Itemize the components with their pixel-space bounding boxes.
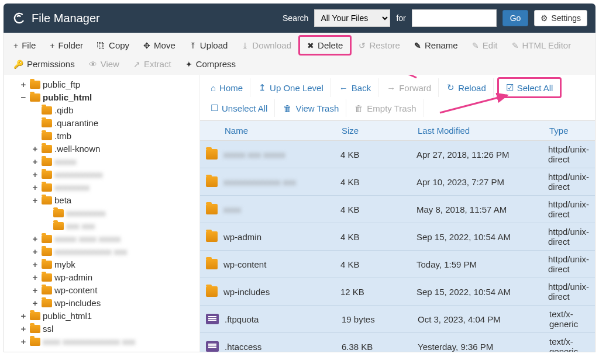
rename-button[interactable]: ✎Rename (407, 35, 465, 56)
file-row[interactable]: .ftpquota19 bytesOct 3, 2023, 4:04 PMtex… (200, 306, 595, 333)
file-type: httpd/unix-direct (548, 172, 589, 192)
expander-icon[interactable]: − (19, 91, 27, 104)
expander-icon[interactable]: + (19, 310, 27, 323)
expander-icon[interactable]: + (31, 271, 39, 284)
tree-item[interactable]: +.well-known (17, 143, 197, 155)
expander-icon[interactable]: + (31, 245, 39, 258)
file-name: wp-content (223, 259, 340, 269)
view-button: 👁View (82, 56, 126, 72)
permissions-button[interactable]: 🔑Permissions (6, 56, 82, 72)
file-row[interactable]: wp-content4 KBToday, 1:59 PMhttpd/unix-d… (200, 251, 595, 278)
home-icon: ⌂ (211, 83, 216, 93)
col-size[interactable]: Size (342, 126, 418, 136)
tree-item[interactable]: +wp-content (17, 284, 197, 297)
view-label: View (101, 59, 119, 69)
settings-button[interactable]: ⚙ Settings (534, 10, 587, 26)
tree-label: xxxx xxxxxxxxxxxxx xxx (43, 335, 135, 348)
unselect-all-button[interactable]: ☐Unselect All (204, 99, 275, 117)
download-label: Download (252, 40, 291, 50)
view-trash-button[interactable]: 🗑View Trash (276, 99, 346, 117)
expander-icon[interactable]: + (31, 181, 39, 194)
expander-icon[interactable]: + (31, 258, 39, 271)
search-input[interactable] (412, 9, 497, 27)
tree-item[interactable]: .qidb (17, 104, 197, 117)
file-button[interactable]: +File (6, 35, 43, 56)
col-type[interactable]: Type (549, 126, 589, 136)
compress-button[interactable]: ✦Compress (178, 56, 243, 72)
file-name: xxxxx xxx xxxxx (223, 150, 340, 160)
tree-item[interactable]: +public_ftp (17, 78, 197, 91)
expander-icon[interactable]: + (31, 155, 39, 168)
file-row[interactable]: wp-includes12 KBSep 15, 2022, 10:54 AMht… (200, 278, 595, 306)
expander-icon[interactable]: + (31, 143, 39, 155)
tree-item[interactable]: +xxxxxxxxxxx (17, 168, 197, 181)
file-type: httpd/unix-direct (548, 282, 589, 301)
expander-icon[interactable]: + (31, 194, 39, 207)
expander-icon[interactable]: + (31, 297, 39, 310)
tree-item[interactable]: +xxxxx (17, 155, 197, 168)
tree-item[interactable]: +beta (17, 194, 197, 207)
search-label: Search (283, 13, 308, 23)
folder-icon (42, 248, 52, 256)
tree-item[interactable]: .quarantine (17, 117, 197, 130)
topbar: File Manager Search All Your Files for G… (4, 4, 595, 33)
col-modified[interactable]: Last Modified (418, 126, 549, 136)
search-scope-select[interactable]: All Your Files (314, 9, 390, 27)
folder-icon (42, 145, 52, 153)
tree-item[interactable]: +xxxxx xxxx xxxxx (17, 233, 197, 245)
tree-item[interactable]: .tmb (17, 130, 197, 143)
file-modified: Sep 15, 2022, 10:54 AM (416, 287, 548, 297)
reload-button[interactable]: ↻Reload (440, 78, 494, 97)
tree-label: xxxxxxxxxxx (54, 168, 103, 181)
extract-button: ↗Extract (126, 56, 178, 72)
tree-item[interactable]: +public_html1 (17, 310, 197, 323)
file-size: 4 KB (340, 232, 416, 242)
cpanel-logo-icon (12, 11, 27, 26)
tree-item[interactable]: +wp-admin (17, 271, 197, 284)
copy-button[interactable]: ⿻Copy (90, 35, 136, 56)
file-row[interactable]: .htaccess6.38 KBYesterday, 9:36 PMtext/x… (200, 333, 595, 352)
view-trash-label: View Trash (295, 103, 339, 113)
file-row[interactable]: wp-admin4 KBSep 15, 2022, 10:54 AMhttpd/… (200, 223, 595, 251)
expander-icon[interactable]: + (19, 335, 27, 348)
tree-item[interactable]: +wp-includes (17, 297, 197, 310)
tree-item[interactable]: +xxxx xxxxxxxxxxxxx xxx (17, 335, 197, 348)
tree-label: wp-admin (54, 271, 92, 284)
expander-icon[interactable]: + (31, 233, 39, 245)
tree-item[interactable]: xxx xxx (17, 220, 197, 233)
file-name: .ftpquota (225, 314, 342, 324)
file-modified: Sep 15, 2022, 10:54 AM (416, 232, 548, 242)
file-row[interactable]: xxxxx xxx xxxxx4 KBApr 27, 2018, 11:26 P… (200, 141, 595, 168)
up-one-level-button[interactable]: ↥Up One Level (252, 78, 331, 97)
html-editor-button: ✎HTML Editor (505, 35, 579, 56)
permissions-icon: 🔑 (13, 60, 23, 69)
go-button[interactable]: Go (502, 10, 529, 26)
back-button[interactable]: ←Back (332, 78, 378, 97)
rename-icon: ✎ (414, 41, 421, 50)
delete-button[interactable]: ✖Delete (298, 35, 352, 56)
upload-button[interactable]: ⤒Upload (183, 35, 235, 56)
col-name[interactable]: Name (225, 126, 342, 136)
expander-icon[interactable]: + (31, 284, 39, 297)
tree-item[interactable]: +mybk (17, 258, 197, 271)
panel-wrap: +public_ftp−public_html.qidb.quarantine.… (4, 75, 595, 352)
folder-button[interactable]: +Folder (43, 35, 90, 56)
folder-icon (206, 286, 218, 297)
main-panel: ⌂Home↥Up One Level←Back→Forward↻Reload☑S… (200, 75, 595, 352)
expander-icon[interactable]: + (19, 78, 27, 91)
tree-item[interactable]: +xxxxxxxx (17, 181, 197, 194)
expander-icon[interactable]: + (19, 323, 27, 335)
move-button[interactable]: ✥Move (136, 35, 183, 56)
select-all-button[interactable]: ☑Select All (497, 77, 562, 98)
restore-icon: ↺ (359, 41, 366, 50)
tree-item[interactable]: xxxxxxxxx (17, 207, 197, 220)
tree-item[interactable]: +xxxxxxxxxxxxx xxx (17, 245, 197, 258)
home-button[interactable]: ⌂Home (204, 78, 250, 97)
file-row[interactable]: xxxxxxxxxxxxx xxx4 KBApr 10, 2023, 7:27 … (200, 168, 595, 196)
tree-item[interactable]: −public_html (17, 91, 197, 104)
tree-label: xxx xxx (66, 220, 95, 233)
tree-item[interactable]: +ssl (17, 323, 197, 335)
file-row[interactable]: xxxx4 KBMay 8, 2018, 11:57 AMhttpd/unix-… (200, 196, 595, 223)
expander-icon[interactable]: + (31, 168, 39, 181)
permissions-label: Permissions (27, 59, 75, 69)
